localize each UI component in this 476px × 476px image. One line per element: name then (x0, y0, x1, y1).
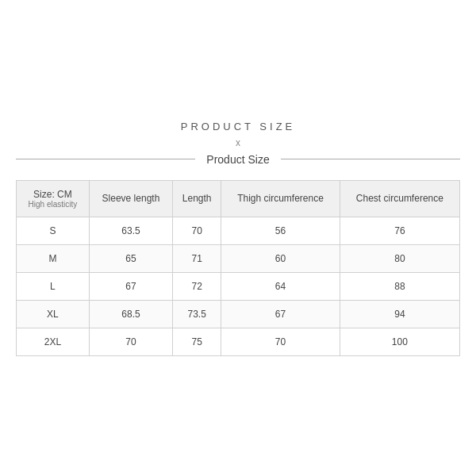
thigh-cell: 56 (221, 217, 340, 244)
chest-cell: 94 (340, 300, 459, 328)
col-header-sleeve: Sleeve length (89, 180, 172, 217)
size-cell: XL (17, 300, 90, 328)
subtitle-row: Product Size (16, 153, 460, 166)
size-cell: M (17, 244, 90, 272)
sleeve-cell: 65 (89, 244, 172, 272)
col-header-chest: Chest circumference (340, 180, 459, 217)
size-cell: S (17, 217, 90, 244)
length-cell: 70 (173, 217, 221, 244)
table-row: S63.5705676 (17, 217, 460, 244)
thigh-cell: 67 (221, 300, 340, 328)
table-row: 2XL707570100 (17, 328, 460, 355)
col-header-length: Length (173, 180, 221, 217)
size-sublabel: High elasticity (21, 200, 84, 209)
sleeve-cell: 70 (89, 328, 172, 355)
length-cell: 71 (173, 244, 221, 272)
thigh-cell: 60 (221, 244, 340, 272)
chest-cell: 100 (340, 328, 459, 355)
table-row: M65716080 (17, 244, 460, 272)
subtitle: Product Size (206, 153, 269, 166)
length-cell: 73.5 (173, 300, 221, 328)
main-title: PRODUCT SIZE (16, 121, 460, 132)
size-cell: 2XL (17, 328, 90, 355)
chest-cell: 76 (340, 217, 459, 244)
left-divider (16, 159, 195, 159)
page-container: PRODUCT SIZE x Product Size Size: CM Hig… (16, 105, 460, 372)
right-divider (281, 159, 460, 159)
length-cell: 75 (173, 328, 221, 355)
size-table: Size: CM High elasticity Sleeve length L… (16, 180, 460, 356)
size-cm-label: Size: CM (21, 189, 84, 200)
chest-cell: 80 (340, 244, 459, 272)
sleeve-cell: 68.5 (89, 300, 172, 328)
cross-symbol: x (16, 137, 460, 148)
col-header-thigh: Thigh circumference (221, 180, 340, 217)
thigh-cell: 70 (221, 328, 340, 355)
sleeve-cell: 63.5 (89, 217, 172, 244)
col-header-size: Size: CM High elasticity (17, 180, 90, 217)
table-header-row: Size: CM High elasticity Sleeve length L… (17, 180, 460, 217)
length-cell: 72 (173, 272, 221, 300)
table-row: L67726488 (17, 272, 460, 300)
thigh-cell: 64 (221, 272, 340, 300)
size-cell: L (17, 272, 90, 300)
sleeve-cell: 67 (89, 272, 172, 300)
table-row: XL68.573.56794 (17, 300, 460, 328)
chest-cell: 88 (340, 272, 459, 300)
